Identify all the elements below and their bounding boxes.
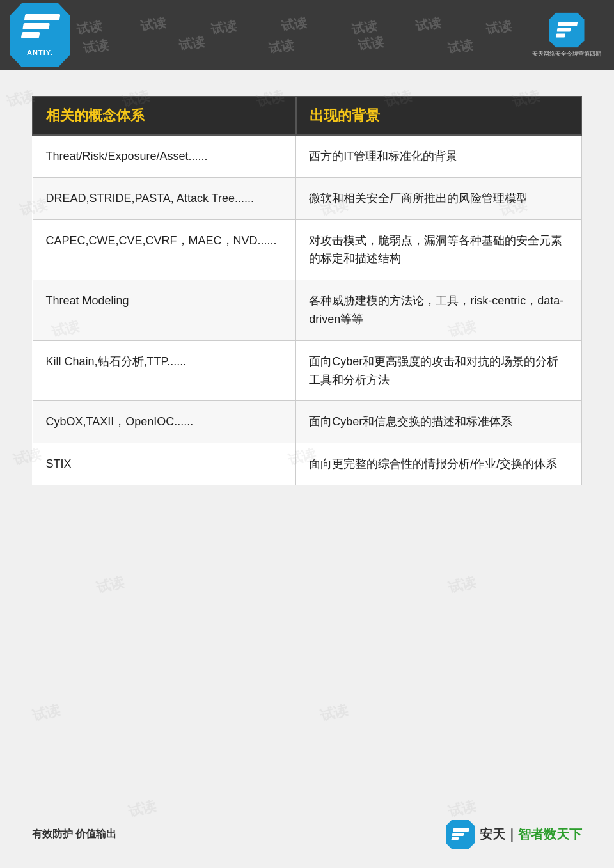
main-content: 相关的概念体系 出现的背景 Threat/Risk/Exposure/Asset… <box>0 70 614 511</box>
table-row: DREAD,STRIDE,PASTA, Attack Tree......微软和… <box>33 177 581 219</box>
header-watermarks: 试读 试读 试读 试读 试读 试读 试读 试读 试读 试读 试读 试读 <box>0 0 614 70</box>
concepts-table: 相关的概念体系 出现的背景 Threat/Risk/Exposure/Asset… <box>32 96 582 485</box>
header-right-hex-icon <box>549 13 585 48</box>
table-cell-background: 面向Cyber和更高强度的攻击和对抗的场景的分析工具和分析方法 <box>296 340 581 401</box>
table-row: STIX面向更完整的综合性的情报分析/作业/交换的体系 <box>33 443 581 485</box>
table-cell-concept: Threat/Risk/Exposure/Asset...... <box>33 135 296 177</box>
footer-brand-slogan: 智者数天下 <box>518 827 582 841</box>
table-cell-background: 各种威胁建模的方法论，工具，risk-centric，data-driven等等 <box>296 280 581 341</box>
footer-logo-icon <box>446 820 475 849</box>
table-cell-background: 微软和相关安全厂商所推出的风险管理模型 <box>296 177 581 219</box>
col2-header: 出现的背景 <box>296 97 581 135</box>
table-row: CAPEC,CWE,CVE,CVRF，MAEC，NVD......对攻击模式，脆… <box>33 219 581 280</box>
table-row: Kill Chain,钻石分析,TTP......面向Cyber和更高强度的攻击… <box>33 340 581 401</box>
table-row: Threat/Risk/Exposure/Asset......西方的IT管理和… <box>33 135 581 177</box>
header-right-stripes <box>556 22 578 38</box>
antiy-logo: ANTIY. <box>10 3 70 67</box>
col1-header: 相关的概念体系 <box>33 97 296 135</box>
header-subtitle: 安天网络安全令牌营第四期 <box>532 50 601 58</box>
table-row: CybOX,TAXII，OpenIOC......面向Cyber和信息交换的描述… <box>33 401 581 443</box>
table-cell-concept: CybOX,TAXII，OpenIOC...... <box>33 401 296 443</box>
logo-stripe-1 <box>24 14 61 20</box>
footer-brand-text: 安天｜智者数天下 <box>480 826 582 843</box>
table-cell-concept: Threat Modeling <box>33 280 296 341</box>
table-cell-background: 对攻击模式，脆弱点，漏洞等各种基础的安全元素的标定和描述结构 <box>296 219 581 280</box>
table-cell-background: 面向Cyber和信息交换的描述和标准体系 <box>296 401 581 443</box>
footer-brand-antiy: 安天 <box>480 827 505 841</box>
header: 试读 试读 试读 试读 试读 试读 试读 试读 试读 试读 试读 试读 ANTI… <box>0 0 614 70</box>
table-cell-concept: CAPEC,CWE,CVE,CVRF，MAEC，NVD...... <box>33 219 296 280</box>
table-cell-background: 西方的IT管理和标准化的背景 <box>296 135 581 177</box>
header-right-branding: 安天网络安全令牌营第四期 <box>532 13 601 58</box>
table-cell-concept: Kill Chain,钻石分析,TTP...... <box>33 340 296 401</box>
table-cell-concept: STIX <box>33 443 296 485</box>
footer-tagline: 有效防护 价值输出 <box>32 828 116 841</box>
footer: 有效防护 价值输出 安天｜智者数天下 <box>0 820 614 849</box>
footer-brand: 安天｜智者数天下 <box>446 820 582 849</box>
table-header-row: 相关的概念体系 出现的背景 <box>33 97 581 135</box>
table-row: Threat Modeling各种威胁建模的方法论，工具，risk-centri… <box>33 280 581 341</box>
table-cell-concept: DREAD,STRIDE,PASTA, Attack Tree...... <box>33 177 296 219</box>
logo-stripe-2 <box>22 23 50 29</box>
table-body: Threat/Risk/Exposure/Asset......西方的IT管理和… <box>33 135 581 485</box>
logo-label: ANTIY. <box>27 49 53 56</box>
footer-logo-stripes <box>451 828 469 841</box>
logo-stripe-3 <box>21 32 40 38</box>
logo-stripes <box>20 14 61 46</box>
table-cell-background: 面向更完整的综合性的情报分析/作业/交换的体系 <box>296 443 581 485</box>
